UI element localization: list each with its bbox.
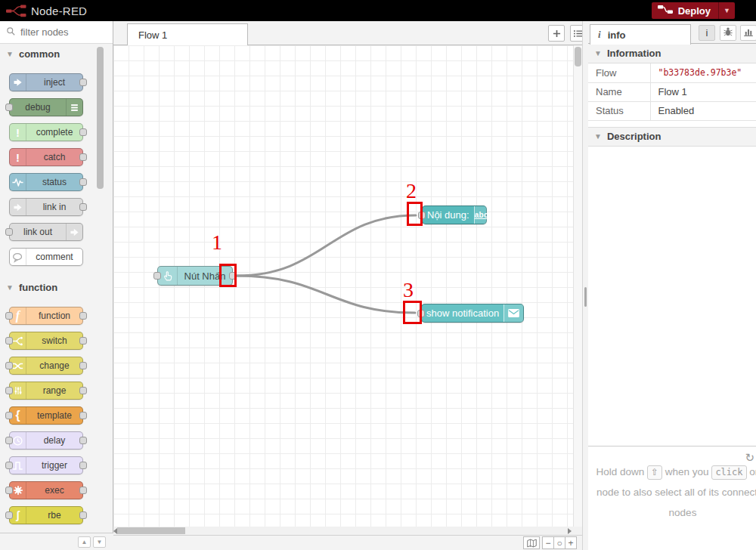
chevron-down-icon: ▼ <box>594 49 602 57</box>
add-flow-button[interactable] <box>548 25 565 42</box>
input-port[interactable] <box>5 412 13 419</box>
output-port[interactable] <box>79 387 87 394</box>
palette-node-trigger[interactable]: trigger <box>9 456 83 474</box>
section-information[interactable]: ▼ Information <box>588 44 756 63</box>
palette-node-exec[interactable]: exec <box>9 481 83 499</box>
palette-node-function[interactable]: ffunction <box>9 307 83 325</box>
palette-category-content: ffunctionswitchchangerange{templatedelay… <box>0 296 113 533</box>
wire[interactable] <box>237 276 415 313</box>
palette-node-label: comment <box>26 249 82 265</box>
palette-node-link-out[interactable]: link out <box>9 223 83 241</box>
input-port[interactable] <box>5 387 13 394</box>
info-tab-label: info <box>608 29 626 41</box>
palette-node-complete[interactable]: !complete <box>9 123 83 141</box>
horizontal-scrollbar[interactable] <box>113 527 582 535</box>
scroll-right-arrow-icon[interactable] <box>568 528 572 534</box>
palette-search[interactable] <box>0 21 113 44</box>
palette-node-comment[interactable]: comment <box>9 248 83 266</box>
output-port[interactable] <box>79 412 87 419</box>
workspace-footer: − ○ + <box>113 535 582 550</box>
horizontal-scrollbar-thumb[interactable] <box>117 527 185 534</box>
envelope-icon <box>503 304 523 322</box>
palette-scrollbar[interactable] <box>97 47 104 189</box>
palette-node-label: catch <box>26 149 82 165</box>
input-port[interactable] <box>5 362 13 369</box>
sidebar-tabbar: i info i <box>588 21 756 44</box>
palette-category-function[interactable]: ▼function <box>0 279 113 296</box>
flow-node-noi-dung[interactable]: Nội dung:abc <box>422 205 487 224</box>
palette-node-template[interactable]: {template <box>9 406 83 425</box>
flow-canvas[interactable]: Nút NhấnNội dung:abcshow notification123 <box>113 45 582 527</box>
zoom-out-button[interactable]: − <box>542 536 554 549</box>
flow-tab-label: Flow 1 <box>138 29 167 41</box>
output-port[interactable] <box>79 362 87 369</box>
tips-panel: ↻ Hold down ⇧ when you click on a node t… <box>588 446 756 550</box>
sidebar-chart-button[interactable] <box>740 25 756 41</box>
info-row-key: Flow <box>588 63 650 82</box>
flow-node-show-notification[interactable]: show notification <box>421 304 524 323</box>
deploy-button-main[interactable]: Deploy <box>652 2 718 19</box>
tab-flow-1[interactable]: Flow 1 <box>127 23 248 45</box>
palette-node-label: link out <box>10 224 66 240</box>
zoom-reset-button[interactable]: ○ <box>553 536 565 549</box>
palette-node-status[interactable]: status <box>9 173 83 191</box>
expand-all-button[interactable]: ▼ <box>93 536 106 548</box>
palette-node-label: complete <box>26 124 82 141</box>
exclamation-icon: ! <box>10 124 26 141</box>
input-port[interactable] <box>5 312 13 320</box>
info-row-key: Name <box>588 82 650 101</box>
sidebar-debug-button[interactable] <box>720 25 736 41</box>
input-port[interactable] <box>5 228 13 236</box>
palette-node-label: delay <box>26 432 82 449</box>
description-label: Description <box>607 131 662 142</box>
palette-node-rbe[interactable]: ʃrbe <box>9 506 83 524</box>
palette-node-debug[interactable]: debug <box>9 98 83 116</box>
palette-node-catch[interactable]: !catch <box>9 148 83 166</box>
deploy-options-button[interactable]: ▼ <box>718 2 735 19</box>
output-port[interactable] <box>79 312 87 320</box>
node-label: show notification <box>422 304 503 322</box>
input-port[interactable] <box>5 337 13 345</box>
output-port[interactable] <box>79 437 87 444</box>
sidebar-info-button[interactable]: i <box>699 25 715 41</box>
link-arrow-icon <box>66 224 82 240</box>
palette-node-label: rbe <box>26 507 82 524</box>
output-port[interactable] <box>79 462 87 469</box>
palette-node-delay[interactable]: delay <box>9 431 83 450</box>
tab-info[interactable]: i info <box>590 24 691 45</box>
bug-icon <box>723 26 733 39</box>
category-label: function <box>19 282 57 293</box>
output-port[interactable] <box>79 178 87 186</box>
palette-node-change[interactable]: change <box>9 357 83 375</box>
deploy-nodes-icon <box>658 5 673 17</box>
wire[interactable] <box>237 215 416 276</box>
output-port[interactable] <box>79 203 87 211</box>
annotation-box-2 <box>407 202 423 226</box>
palette-node-label: range <box>26 382 82 399</box>
deploy-label: Deploy <box>678 5 711 17</box>
input-port[interactable] <box>153 272 161 280</box>
output-port[interactable] <box>79 337 87 345</box>
section-description[interactable]: ▼ Description <box>588 127 756 147</box>
input-port[interactable] <box>5 437 13 444</box>
input-port[interactable] <box>5 104 13 111</box>
output-port[interactable] <box>79 79 87 86</box>
refresh-tip-icon[interactable]: ↻ <box>745 451 754 465</box>
palette-node-inject[interactable]: inject <box>9 73 83 91</box>
output-port[interactable] <box>79 128 87 136</box>
output-port[interactable] <box>79 487 87 494</box>
input-port[interactable] <box>5 462 13 469</box>
deploy-button[interactable]: Deploy ▼ <box>652 2 735 19</box>
palette-node-range[interactable]: range <box>9 382 83 400</box>
output-port[interactable] <box>79 511 87 519</box>
sidebar-splitter[interactable] <box>582 21 588 550</box>
collapse-all-button[interactable]: ▲ <box>78 536 91 548</box>
palette-node-switch[interactable]: switch <box>9 332 83 350</box>
input-port[interactable] <box>5 511 13 519</box>
palette-search-input[interactable] <box>20 26 104 38</box>
palette-node-link-in[interactable]: link in <box>9 198 83 216</box>
output-port[interactable] <box>79 153 87 161</box>
zoom-in-button[interactable]: + <box>565 536 577 549</box>
input-port[interactable] <box>5 487 13 494</box>
navigator-button[interactable] <box>523 536 540 549</box>
